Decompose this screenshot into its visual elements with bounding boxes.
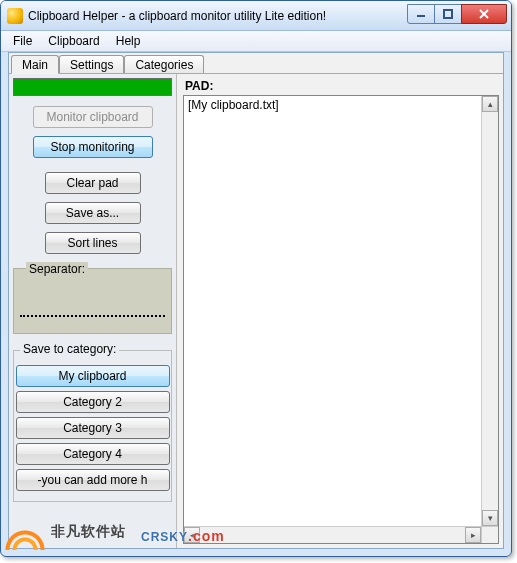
scroll-down-button[interactable]: ▾ [482, 510, 498, 526]
separator-preview [20, 315, 165, 317]
separator-group: Separator: [13, 268, 172, 334]
left-panel: Monitor clipboard Stop monitoring Clear … [9, 74, 177, 548]
menu-clipboard[interactable]: Clipboard [40, 32, 107, 50]
right-panel: PAD: [My clipboard.txt] ▴ ▾ ◂ ▸ [177, 74, 503, 548]
maximize-button[interactable] [434, 4, 462, 24]
separator-label: Separator: [26, 262, 88, 276]
menu-file[interactable]: File [5, 32, 40, 50]
scroll-right-button[interactable]: ▸ [465, 527, 481, 543]
progress-bar [13, 78, 172, 96]
window-title: Clipboard Helper - a clipboard monitor u… [28, 9, 326, 23]
save-as-button[interactable]: Save as... [45, 202, 141, 224]
pad-area: [My clipboard.txt] ▴ ▾ ◂ ▸ [183, 95, 499, 544]
category-button-0[interactable]: My clipboard [16, 365, 170, 387]
menu-help[interactable]: Help [108, 32, 149, 50]
close-button[interactable] [461, 4, 507, 24]
scroll-left-button[interactable]: ◂ [184, 527, 200, 543]
clear-pad-button[interactable]: Clear pad [45, 172, 141, 194]
monitor-clipboard-button: Monitor clipboard [33, 106, 153, 128]
category-button-3[interactable]: Category 4 [16, 443, 170, 465]
app-window: Clipboard Helper - a clipboard monitor u… [0, 0, 512, 557]
tab-settings[interactable]: Settings [59, 55, 124, 73]
tab-strip: Main Settings Categories [9, 53, 503, 74]
window-controls [408, 4, 507, 24]
save-to-category-group: Save to category: My clipboard Category … [13, 350, 172, 502]
pad-textarea[interactable]: [My clipboard.txt] [184, 96, 498, 543]
scrollbar-horizontal[interactable]: ◂ ▸ [184, 526, 481, 543]
scroll-up-button[interactable]: ▴ [482, 96, 498, 112]
category-button-4[interactable]: -you can add more h [16, 469, 170, 491]
svg-rect-1 [444, 10, 452, 18]
tab-body: Monitor clipboard Stop monitoring Clear … [9, 74, 503, 548]
client-area: Main Settings Categories Monitor clipboa… [8, 52, 504, 549]
category-button-2[interactable]: Category 3 [16, 417, 170, 439]
stop-monitoring-button[interactable]: Stop monitoring [33, 136, 153, 158]
menu-bar: File Clipboard Help [1, 31, 511, 52]
minimize-button[interactable] [407, 4, 435, 24]
tab-main[interactable]: Main [11, 55, 59, 74]
category-button-1[interactable]: Category 2 [16, 391, 170, 413]
app-icon [7, 8, 23, 24]
tab-categories[interactable]: Categories [124, 55, 204, 73]
scrollbar-corner [481, 526, 498, 543]
titlebar[interactable]: Clipboard Helper - a clipboard monitor u… [1, 1, 511, 31]
sort-lines-button[interactable]: Sort lines [45, 232, 141, 254]
save-to-category-label: Save to category: [20, 342, 119, 356]
pad-label: PAD: [185, 79, 499, 93]
scrollbar-vertical[interactable]: ▴ ▾ [481, 96, 498, 526]
